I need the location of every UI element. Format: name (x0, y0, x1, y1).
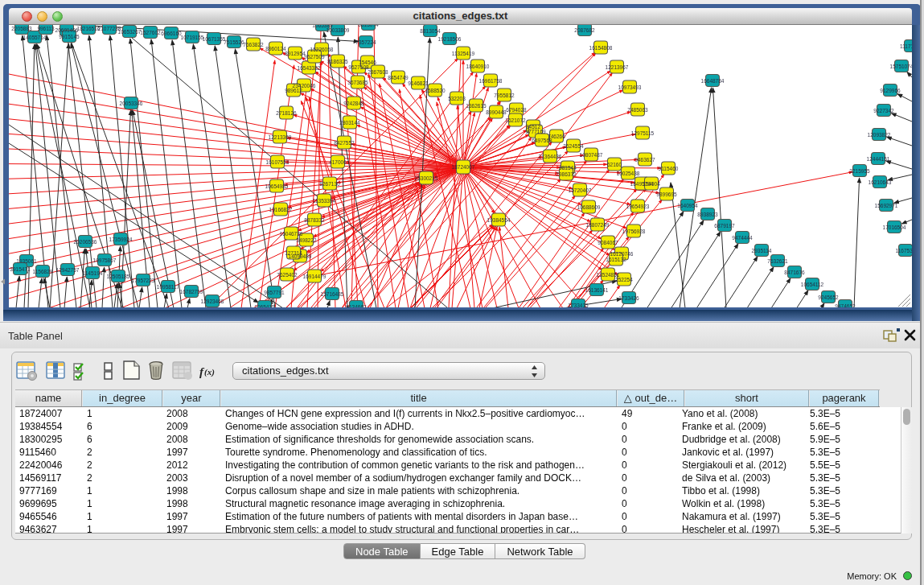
svg-text:9899695: 9899695 (656, 192, 677, 197)
svg-text:17016504: 17016504 (883, 225, 906, 230)
svg-text:16107553: 16107553 (266, 159, 290, 165)
svg-text:9857791: 9857791 (264, 290, 285, 295)
svg-text:9227342: 9227342 (873, 108, 894, 113)
svg-text:10654112: 10654112 (801, 282, 824, 287)
svg-text:6879197: 6879197 (714, 223, 735, 229)
svg-text:8990448: 8990448 (486, 109, 507, 115)
svg-text:11171337: 11171337 (900, 43, 912, 49)
svg-text:1733415: 1733415 (568, 303, 589, 308)
svg-text:3673685: 3673685 (347, 80, 368, 85)
svg-text:8427552: 8427552 (334, 140, 355, 146)
svg-text:252254: 252254 (615, 277, 633, 282)
svg-text:10719155: 10719155 (181, 35, 204, 40)
svg-text:17359924: 17359924 (109, 237, 133, 242)
svg-text:2935114: 2935114 (752, 248, 772, 253)
svg-text:1640954: 1640954 (677, 203, 698, 208)
svg-text:8960124: 8960124 (265, 46, 286, 51)
svg-text:7357224: 7357224 (355, 39, 376, 45)
svg-text:8878332: 8878332 (304, 217, 325, 223)
svg-text:9146821: 9146821 (408, 80, 429, 86)
svg-text:9084067: 9084067 (598, 240, 618, 245)
svg-text:1065415: 1065415 (254, 304, 275, 308)
svg-text:9115460: 9115460 (659, 166, 679, 171)
svg-text:7955812: 7955812 (494, 93, 515, 98)
svg-text:9915145: 9915145 (59, 34, 80, 39)
svg-text:7485063: 7485063 (627, 107, 648, 113)
svg-text:16648784: 16648784 (701, 78, 725, 84)
svg-text:2867608: 2867608 (368, 69, 388, 75)
svg-text:1527602: 1527602 (140, 30, 161, 35)
svg-text:12942757: 12942757 (56, 267, 80, 273)
svg-text:14055714: 14055714 (23, 35, 47, 40)
svg-text:1615132: 1615132 (606, 257, 626, 262)
svg-text:2087682: 2087682 (574, 27, 595, 33)
svg-text:127314: 127314 (285, 250, 302, 256)
svg-text:16543382: 16543382 (298, 65, 321, 71)
svg-text:8938923: 8938923 (697, 212, 718, 217)
svg-text:7663822: 7663822 (243, 42, 264, 47)
svg-text:6794028: 6794028 (506, 107, 527, 113)
svg-text:19975867: 19975867 (93, 257, 117, 263)
svg-text:9474444: 9474444 (732, 235, 753, 241)
svg-text:19166827: 19166827 (269, 207, 293, 212)
svg-text:981544: 981544 (559, 165, 577, 171)
svg-text:20053346: 20053346 (120, 101, 143, 106)
svg-text:12975115: 12975115 (631, 130, 655, 136)
svg-text:25300215: 25300215 (415, 175, 438, 181)
svg-text:7986372: 7986372 (556, 171, 577, 177)
svg-text:1935061: 1935061 (16, 258, 37, 264)
svg-text:15720407: 15720407 (569, 187, 592, 193)
svg-text:7625402: 7625402 (277, 272, 298, 278)
svg-text:11353394: 11353394 (313, 198, 336, 204)
svg-text:10025438: 10025438 (617, 171, 640, 176)
svg-text:17957223: 17957223 (132, 278, 155, 283)
svg-text:154546: 154546 (359, 60, 376, 65)
svg-text:8912954: 8912954 (285, 51, 306, 56)
svg-text:7632621: 7632621 (767, 258, 788, 264)
svg-text:62160: 62160 (607, 162, 622, 167)
svg-text:15751074: 15751074 (890, 64, 912, 69)
svg-text:1145194: 1145194 (83, 270, 103, 276)
svg-text:1733426: 1733426 (618, 295, 639, 301)
svg-text:12444151: 12444151 (867, 156, 890, 162)
svg-text:10033809: 10033809 (326, 27, 350, 33)
svg-text:9777169: 9777169 (525, 129, 546, 134)
svg-text:1362615: 1362615 (466, 103, 487, 109)
svg-text:18724007: 18724007 (452, 164, 475, 170)
svg-text:1156829: 1156829 (33, 269, 53, 274)
svg-text:12093822: 12093822 (868, 132, 891, 138)
svg-text:10807487: 10807487 (580, 152, 603, 158)
svg-text:9129966: 9129966 (880, 88, 901, 93)
svg-text:8454749: 8454749 (388, 75, 409, 80)
svg-text:16154808: 16154808 (589, 45, 613, 51)
svg-text:8186325: 8186325 (327, 59, 348, 64)
svg-text:9245652: 9245652 (818, 295, 839, 300)
svg-text:10688609: 10688609 (577, 204, 601, 210)
svg-text:989612: 989612 (285, 88, 302, 93)
svg-text:10671355: 10671355 (203, 36, 226, 42)
svg-text:12505185: 12505185 (107, 274, 130, 279)
svg-text:9474652: 9474652 (835, 303, 856, 308)
svg-text:3215955: 3215955 (849, 168, 870, 174)
svg-text:10654985: 10654985 (265, 183, 289, 189)
svg-text:3498222: 3498222 (296, 237, 317, 243)
svg-text:19756928: 19756928 (622, 229, 646, 234)
svg-text:3624554: 3624554 (563, 143, 584, 149)
svg-text:16046736: 16046736 (280, 231, 303, 237)
svg-text:16782759: 16782759 (180, 289, 203, 295)
svg-text:19218506: 19218506 (438, 36, 462, 42)
svg-text:21364436: 21364436 (539, 154, 562, 159)
svg-text:417006: 417006 (329, 159, 347, 165)
svg-text:12213967: 12213967 (606, 64, 629, 70)
svg-text:18216516: 18216516 (77, 26, 101, 31)
svg-text:10653267: 10653267 (118, 29, 142, 35)
svg-text:3915471: 3915471 (10, 266, 31, 272)
svg-text:11325419: 11325419 (452, 51, 475, 56)
svg-text:(x): (x) (204, 367, 215, 377)
svg-text:15716485: 15716485 (321, 291, 344, 297)
svg-text:8813074: 8813074 (358, 25, 379, 27)
svg-text:2718126: 2718126 (276, 110, 297, 116)
svg-text:8267130: 8267130 (319, 181, 340, 187)
svg-text:16914479: 16914479 (303, 274, 326, 279)
svg-text:7515526: 7515526 (224, 39, 244, 45)
